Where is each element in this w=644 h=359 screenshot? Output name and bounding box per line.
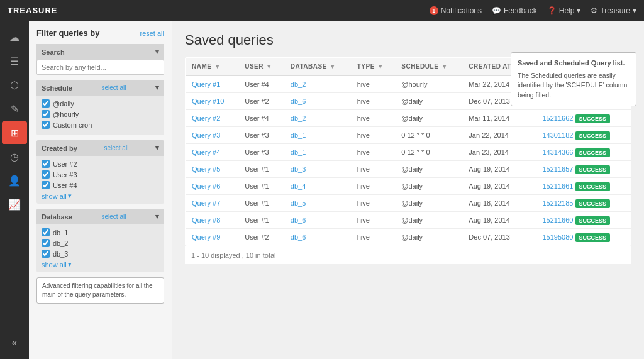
brand-logo: TREASURE [8, 6, 58, 15]
db-link[interactable]: db_5 [291, 199, 306, 207]
database-section-header[interactable]: Database select all ▾ [36, 209, 164, 224]
cell-created-at: Mar 11, 2014 [462, 110, 536, 127]
job-link[interactable]: 15195080 [542, 233, 573, 241]
col-schedule[interactable]: SCHEDULE ▾ [395, 58, 462, 76]
query-name-link[interactable]: Query #5 [192, 165, 220, 173]
created-by-checkbox-user2[interactable] [42, 160, 50, 168]
db-link[interactable]: db_6 [291, 216, 306, 224]
filter-panel: Filter queries by reset all Search ▾ Sch… [29, 21, 172, 359]
database-checkbox-db3[interactable] [42, 250, 50, 258]
query-name-link[interactable]: Query #8 [192, 216, 220, 224]
status-badge: success [575, 165, 611, 174]
schedule-section: Schedule select all ▾ @daily @hourly Cus… [36, 80, 164, 135]
table-row: Query #2 User #4 db_2 hive @daily Mar 11… [186, 110, 631, 127]
database-checkbox-db1[interactable] [42, 228, 50, 236]
db-link[interactable]: db_4 [291, 182, 306, 190]
created-by-section: Created by select all ▾ User #2 User #3 … [36, 140, 164, 204]
cell-last-job: 15195080 success [536, 229, 631, 246]
sidebar-item-clock[interactable]: ◷ [2, 145, 27, 168]
show-all-created-link[interactable]: show all ▾ [42, 192, 159, 200]
notifications-button[interactable]: 1 Notifications [430, 6, 482, 15]
sidebar-item-list[interactable]: ☰ [2, 50, 27, 72]
query-name-link[interactable]: Query #2 [192, 114, 220, 122]
cell-last-job: 14301182 success [536, 127, 631, 144]
created-by-checkbox-user3[interactable] [42, 170, 50, 179]
col-database[interactable]: DATABASE ▾ [284, 58, 351, 76]
cell-database: db_4 [284, 178, 351, 195]
status-badge: success [575, 233, 611, 242]
database-option-db3[interactable]: db_3 [42, 250, 159, 258]
created-by-option-user3[interactable]: User #3 [42, 170, 159, 179]
query-name-link[interactable]: Query #4 [192, 148, 220, 156]
schedule-option-hourly[interactable]: @hourly [42, 110, 159, 118]
db-link[interactable]: db_3 [291, 165, 306, 173]
sidebar-item-user[interactable]: 👤 [2, 169, 27, 192]
cell-schedule: @hourly [395, 75, 462, 93]
query-name-link[interactable]: Query #7 [192, 199, 220, 207]
schedule-option-daily[interactable]: @daily [42, 99, 159, 108]
cell-schedule: @daily [395, 229, 462, 246]
schedule-option-custom[interactable]: Custom cron [42, 121, 159, 129]
database-label-db2: db_2 [53, 240, 68, 247]
database-option-db1[interactable]: db_1 [42, 228, 159, 236]
col-name[interactable]: NAME ▾ [186, 58, 239, 76]
notification-badge: 1 [430, 6, 438, 15]
schedule-checkbox-custom[interactable] [42, 121, 50, 129]
account-button[interactable]: ⚙ Treasure ▾ [591, 6, 636, 15]
sidebar-item-chart[interactable]: 📈 [2, 193, 27, 216]
query-name-link[interactable]: Query #10 [192, 97, 224, 105]
database-option-db2[interactable]: db_2 [42, 239, 159, 247]
sidebar-item-grid[interactable]: ⊞ [2, 121, 27, 144]
schedule-checkbox-hourly[interactable] [42, 110, 50, 118]
cell-user: User #1 [238, 195, 284, 212]
db-link[interactable]: db_2 [291, 114, 306, 122]
cell-user: User #4 [238, 75, 284, 93]
cell-database: db_3 [284, 161, 351, 178]
query-name-link[interactable]: Query #9 [192, 233, 220, 241]
created-by-option-user4[interactable]: User #4 [42, 181, 159, 189]
sort-arrow-user: ▾ [267, 63, 271, 70]
cell-user: User #2 [238, 229, 284, 246]
reset-all-link[interactable]: reset all [140, 30, 164, 37]
schedule-section-header[interactable]: Schedule select all ▾ [36, 80, 164, 96]
status-badge: success [575, 216, 611, 225]
db-link[interactable]: db_6 [291, 97, 306, 105]
feedback-button[interactable]: 💬 Feedback [492, 6, 537, 15]
job-link[interactable]: 15211657 [542, 165, 573, 173]
database-checkbox-db2[interactable] [42, 239, 50, 247]
query-name-link[interactable]: Query #3 [192, 131, 220, 139]
sidebar-item-layers[interactable]: ⬡ [2, 74, 27, 96]
schedule-checkbox-daily[interactable] [42, 99, 50, 108]
created-by-option-user2[interactable]: User #2 [42, 160, 159, 168]
database-select-all-link[interactable]: select all [102, 213, 126, 220]
help-button[interactable]: ❓ Help ▾ [547, 6, 581, 15]
cell-user: User #4 [238, 110, 284, 127]
db-link[interactable]: db_2 [291, 80, 306, 88]
job-link[interactable]: 15211661 [542, 182, 573, 190]
job-link[interactable]: 14314366 [542, 148, 573, 156]
job-link[interactable]: 15212185 [542, 199, 573, 207]
cell-type: hive [351, 195, 396, 212]
sidebar-item-edit[interactable]: ✎ [2, 97, 27, 120]
col-type[interactable]: TYPE ▾ [351, 58, 396, 76]
cell-name: Query #4 [186, 144, 239, 161]
db-link[interactable]: db_1 [291, 148, 306, 156]
db-link[interactable]: db_6 [291, 233, 306, 241]
cell-created-at: Jan 22, 2014 [462, 127, 536, 144]
col-user[interactable]: USER ▾ [238, 58, 284, 76]
created-by-select-all-link[interactable]: select all [104, 145, 128, 152]
search-input[interactable] [36, 60, 164, 75]
query-name-link[interactable]: Query #6 [192, 182, 220, 190]
job-link[interactable]: 14301182 [542, 131, 573, 139]
job-link[interactable]: 15211660 [542, 216, 573, 224]
show-all-db-link[interactable]: show all ▾ [42, 260, 159, 268]
query-name-link[interactable]: Query #1 [192, 80, 220, 88]
db-link[interactable]: db_1 [291, 131, 306, 139]
created-by-section-header[interactable]: Created by select all ▾ [36, 140, 164, 156]
cell-database: db_6 [284, 212, 351, 229]
sidebar-item-cloud[interactable]: ☁ [2, 26, 27, 48]
created-by-checkbox-user4[interactable] [42, 181, 50, 189]
schedule-select-all-link[interactable]: select all [102, 84, 126, 91]
sidebar-collapse-button[interactable]: « [2, 331, 27, 354]
job-link[interactable]: 15211662 [542, 114, 573, 122]
